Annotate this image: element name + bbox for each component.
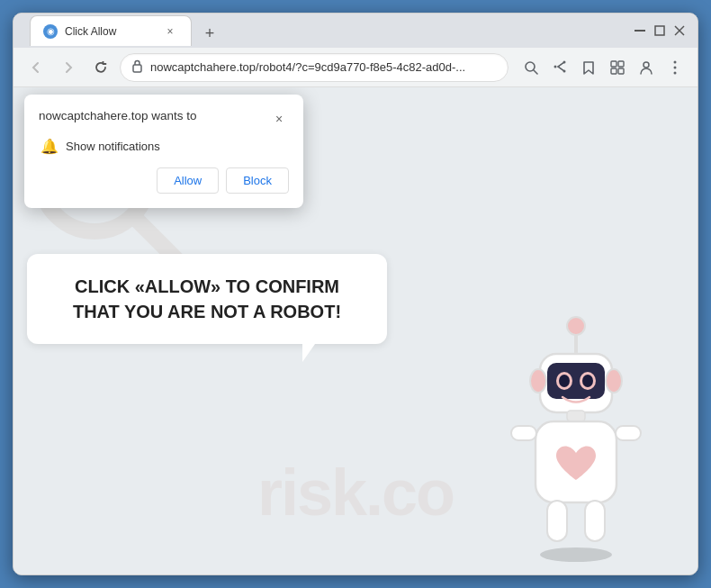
address-bar[interactable]: nowcaptchahere.top/robot4/?c=9cd9a770-f8… <box>120 53 508 82</box>
block-button[interactable]: Block <box>226 167 289 194</box>
notification-popup: nowcaptchahere.top wants to × 🔔 Show not… <box>24 95 303 208</box>
nav-bar: nowcaptchahere.top/robot4/?c=9cd9a770-f8… <box>14 48 698 87</box>
svg-rect-11 <box>618 61 624 67</box>
page-content: risk.co nowcaptchahere.top wants to × 🔔 … <box>14 87 698 574</box>
svg-point-7 <box>554 65 557 68</box>
new-tab-button[interactable]: + <box>197 21 222 46</box>
svg-point-28 <box>582 375 593 387</box>
svg-line-6 <box>534 70 537 74</box>
popup-close-button[interactable]: × <box>269 109 289 129</box>
profile-icon-btn[interactable] <box>633 54 660 81</box>
svg-point-22 <box>567 317 585 335</box>
svg-rect-34 <box>616 426 641 440</box>
notification-label: Show notifications <box>66 140 160 153</box>
tab-close-button[interactable]: × <box>162 23 178 40</box>
maximize-button[interactable] <box>652 23 667 38</box>
popup-buttons: Allow Block <box>39 167 289 194</box>
svg-point-20 <box>540 547 612 562</box>
reload-button[interactable] <box>87 54 114 81</box>
svg-rect-35 <box>547 501 567 541</box>
bubble-text: CLICK «ALLOW» TO CONFIRM THAT YOU ARE NO… <box>54 274 360 324</box>
window-controls <box>633 23 687 38</box>
popup-title: nowcaptchahere.top wants to <box>39 109 197 122</box>
menu-icon-btn[interactable] <box>662 54 688 81</box>
close-window-button[interactable] <box>672 23 687 38</box>
robot-illustration <box>482 304 670 565</box>
back-button[interactable] <box>22 54 50 81</box>
svg-rect-0 <box>634 30 645 32</box>
svg-rect-10 <box>611 61 616 67</box>
popup-header: nowcaptchahere.top wants to × <box>39 109 289 129</box>
bookmark-icon-btn[interactable] <box>575 54 602 81</box>
svg-point-27 <box>559 375 570 387</box>
svg-rect-31 <box>567 411 585 421</box>
bell-icon: 🔔 <box>40 138 58 155</box>
tab-favicon: ◉ <box>43 24 58 39</box>
svg-point-15 <box>674 60 677 63</box>
svg-point-30 <box>606 369 622 393</box>
browser-window: ◉ Click Allow × + <box>13 13 698 575</box>
svg-rect-33 <box>511 426 536 440</box>
tab-title: Click Allow <box>65 25 155 38</box>
tab-bar: ◉ Click Allow × + <box>22 15 230 46</box>
address-text: nowcaptchahere.top/robot4/?c=9cd9a770-f8… <box>150 60 497 74</box>
svg-point-14 <box>644 62 649 68</box>
share-icon-btn[interactable] <box>546 54 573 81</box>
active-tab[interactable]: ◉ Click Allow × <box>30 15 192 46</box>
allow-button[interactable]: Allow <box>157 167 219 194</box>
svg-rect-12 <box>611 68 616 74</box>
search-icon-btn[interactable] <box>518 54 544 81</box>
robot-container <box>482 304 670 565</box>
svg-point-16 <box>674 66 677 68</box>
svg-point-29 <box>530 369 546 393</box>
svg-rect-13 <box>618 68 624 74</box>
title-bar: ◉ Click Allow × + <box>14 14 698 48</box>
lock-icon <box>131 59 143 76</box>
svg-point-8 <box>563 60 566 63</box>
minimize-button[interactable] <box>633 23 647 38</box>
svg-rect-36 <box>585 501 605 541</box>
speech-bubble: CLICK «ALLOW» TO CONFIRM THAT YOU ARE NO… <box>27 254 387 344</box>
nav-icons <box>518 54 688 81</box>
popup-notification-row: 🔔 Show notifications <box>39 138 289 155</box>
svg-rect-4 <box>133 65 141 72</box>
svg-rect-24 <box>547 363 605 399</box>
svg-point-9 <box>563 69 566 72</box>
watermark-text: risk.co <box>257 456 454 529</box>
extensions-icon-btn[interactable] <box>604 54 631 81</box>
svg-rect-1 <box>655 26 664 35</box>
svg-point-17 <box>674 71 677 74</box>
forward-button[interactable] <box>55 54 82 81</box>
